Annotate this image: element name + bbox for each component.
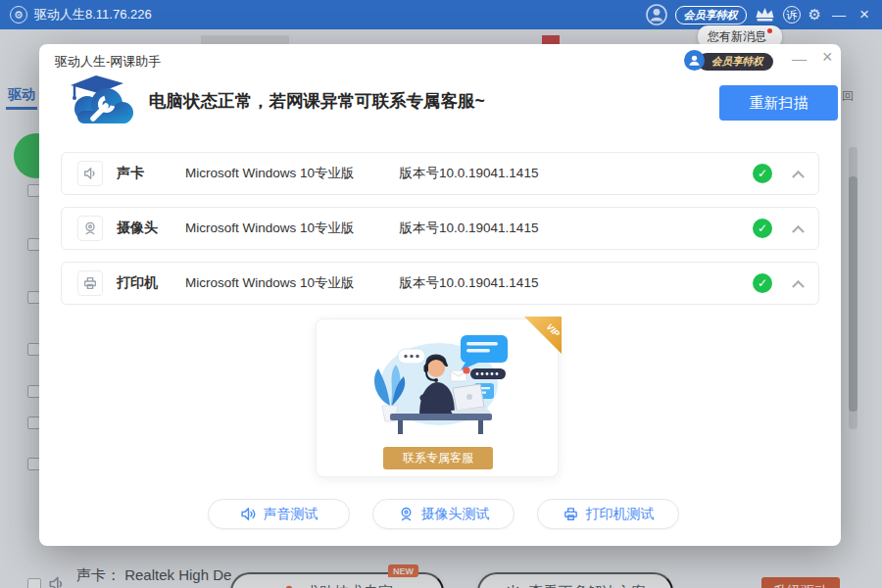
customer-service-illustration [355,329,521,439]
complaint-icon[interactable]: 诉 [783,6,801,24]
printer-icon [77,270,103,296]
vip-ribbon: VIP [524,317,562,354]
webcam-icon [398,506,415,522]
webcam-test-label: 摄像头测试 [421,506,490,523]
crown-icon[interactable] [755,7,775,23]
device-model: Microsoft Windows 10专业版 [185,274,355,292]
printer-test-button[interactable]: 打印机测试 [537,499,679,529]
status-headline: 电脑状态正常，若网课异常可联系专属客服~ [149,89,485,113]
sound-test-button[interactable]: 声音测试 [208,499,350,529]
device-version: 版本号10.0.19041.1415 [400,274,539,292]
speaker-icon [240,506,257,522]
device-name: 打印机 [117,274,168,292]
dialog-close-button[interactable]: × [817,47,838,68]
avatar[interactable] [646,4,667,25]
webcam-icon [77,216,103,241]
assistant-logo-icon [63,72,143,132]
customer-service-card: VIP [316,318,559,477]
status-ok-icon: ✓ [753,164,772,183]
dialog-minimize-button[interactable]: — [787,48,811,69]
device-name: 声卡 [117,165,168,182]
chevron-up-icon[interactable] [792,224,805,237]
device-row-soundcard[interactable]: 声卡 Microsoft Windows 10专业版 版本号10.0.19041… [61,152,819,195]
notification-dot [767,28,772,33]
device-version: 版本号10.0.19041.1415 [400,165,539,182]
status-ok-icon: ✓ [753,273,772,293]
chevron-up-icon[interactable] [792,279,805,292]
dialog-title: 驱动人生-网课助手 [55,53,161,71]
soundcard-icon [77,161,103,186]
app-title: 驱动人生8.11.76.226 [34,6,152,24]
close-button[interactable]: × [857,5,872,24]
chevron-up-icon[interactable] [792,170,805,182]
status-ok-icon: ✓ [753,219,772,238]
device-model: Microsoft Windows 10专业版 [185,220,355,237]
member-avatar-icon[interactable] [684,50,705,71]
rescan-button[interactable]: 重新扫描 [719,85,838,121]
settings-gear-icon[interactable]: ⚙ [808,6,821,24]
device-name: 摄像头 [117,220,168,237]
member-badge[interactable]: 会员享特权 [698,53,773,71]
contact-service-button[interactable]: 联系专属客服 [383,447,493,469]
vip-ribbon-label: VIP [545,321,562,338]
minimize-button[interactable]: — [829,7,849,23]
sound-test-label: 声音测试 [264,506,318,523]
member-badge[interactable]: 会员享特权 [675,6,747,24]
online-class-assistant-dialog: 驱动人生-网课助手 会员享特权 — × 电脑状态正常，若网课异常可联系专属客服~… [39,44,841,546]
device-row-printer[interactable]: 打印机 Microsoft Windows 10专业版 版本号10.0.1904… [61,262,819,305]
printer-icon [563,506,579,522]
tooltip-text: 您有新消息 [708,29,766,43]
device-row-webcam[interactable]: 摄像头 Microsoft Windows 10专业版 版本号10.0.1904… [61,207,819,250]
app-logo-gear-icon: ⚙ [10,6,27,24]
device-model: Microsoft Windows 10专业版 [185,165,355,182]
device-version: 版本号10.0.19041.1415 [400,220,539,237]
printer-test-label: 打印机测试 [586,506,655,523]
webcam-test-button[interactable]: 摄像头测试 [372,499,514,529]
